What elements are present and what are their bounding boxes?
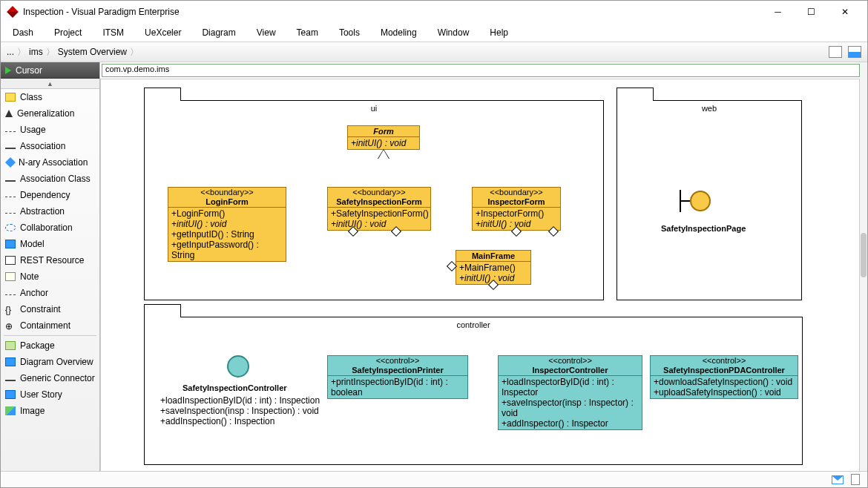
vertical-scrollbar[interactable] (860, 62, 867, 488)
pal-constraint[interactable]: {}Constraint (1, 301, 99, 317)
label-sic: SafetyInspectionController (183, 383, 287, 392)
connector (101, 239, 102, 343)
assoc-class-icon (5, 180, 16, 182)
nary-icon (5, 157, 16, 168)
package-controller-label: controller (145, 320, 802, 329)
user-story-icon (5, 390, 16, 399)
pal-assoc-class[interactable]: Association Class (1, 171, 99, 187)
package-ui-tab (144, 88, 181, 101)
pal-dependency[interactable]: Dependency (1, 187, 99, 203)
anchor-icon (5, 294, 16, 295)
model-icon (5, 240, 16, 248)
menu-tools[interactable]: Tools (339, 27, 360, 38)
pal-containment[interactable]: ⊕Containment (1, 317, 99, 334)
window-title: Inspection - Visual Paradigm Enterprise (23, 7, 761, 17)
menu-itsm[interactable]: ITSM (102, 27, 124, 38)
pal-package[interactable]: Package (1, 337, 99, 354)
ops-sic: +loadInspectionByID(id : int) : Inspecti… (160, 395, 320, 426)
label-safetyinspectionpage: SafetyInspectionPage (661, 224, 746, 233)
class-safetyinspectionprinter[interactable]: <<control>> SafetyInspectionPrinter +pri… (327, 355, 468, 399)
breadcrumb-bar: ... 〉 ims 〉 System Overview 〉 (1, 42, 867, 62)
class-inspectorform[interactable]: <<boundary>> InspectorForm +InspectorFor… (472, 187, 561, 231)
menu-diagram[interactable]: Diagram (202, 27, 235, 38)
generic-conn-icon (5, 380, 16, 381)
class-form[interactable]: Form +initUI() : void (347, 125, 420, 150)
generalization-arrow-icon (378, 150, 389, 159)
pal-image[interactable]: Image (1, 403, 99, 419)
usage-icon (5, 131, 16, 132)
pal-user-story[interactable]: User Story (1, 386, 99, 403)
control-safetyinspectioncontroller-icon[interactable] (227, 355, 249, 377)
menu-help[interactable]: Help (490, 27, 508, 38)
breadcrumb-ims[interactable]: ims (29, 47, 43, 57)
menu-project[interactable]: Project (54, 27, 82, 38)
menu-view[interactable]: View (257, 27, 276, 38)
pal-nary[interactable]: N-ary Association (1, 154, 99, 171)
maximize-button[interactable]: ☐ (795, 1, 828, 23)
pal-anchor[interactable]: Anchor (1, 285, 99, 301)
class-form-name: Form (348, 126, 419, 137)
status-bar (1, 471, 867, 487)
pal-association[interactable]: Association (1, 138, 99, 154)
menu-window[interactable]: Window (438, 27, 470, 38)
pal-rest[interactable]: REST Resource (1, 252, 99, 268)
pal-generalization[interactable]: Generalization (1, 105, 99, 122)
connector (101, 79, 102, 94)
package-ui-label: ui (145, 104, 603, 113)
mail-icon[interactable] (832, 475, 844, 484)
package-path-field[interactable]: com.vp.demo.ims (102, 64, 860, 77)
connector (101, 238, 123, 239)
class-pdacontroller[interactable]: <<control>> SafetyInspectionPDAControlle… (650, 355, 798, 399)
association-icon (5, 148, 16, 149)
menubar: Dash Project ITSM UeXceler Diagram View … (1, 23, 867, 42)
breadcrumb-system-overview[interactable]: System Overview (58, 47, 127, 57)
connector (101, 195, 102, 208)
minimize-button[interactable]: ─ (761, 1, 795, 23)
pal-abstraction[interactable]: Abstraction (1, 203, 99, 220)
connector (101, 165, 102, 195)
menu-uexceler[interactable]: UeXceler (145, 27, 181, 38)
cursor-icon (5, 67, 11, 74)
class-safetyinspectionform[interactable]: <<boundary>> SafetyInspectionForm +Safet… (327, 187, 431, 231)
menu-modeling[interactable]: Modeling (381, 27, 417, 38)
collapse-handle[interactable]: ▲ (1, 79, 99, 89)
menu-dash[interactable]: Dash (13, 27, 33, 38)
rest-icon (5, 256, 16, 265)
breadcrumb-root[interactable]: ... (7, 47, 14, 57)
collab-icon (5, 224, 16, 231)
pal-model[interactable]: Model (1, 236, 99, 252)
connector (101, 108, 102, 122)
class-loginform[interactable]: <<boundary>> LoginForm +LoginForm() +ini… (168, 187, 286, 262)
pal-usage[interactable]: Usage (1, 122, 99, 138)
abstraction-icon (5, 213, 16, 214)
package-icon (5, 341, 16, 350)
dependency-icon (5, 197, 16, 197)
perspective-icon[interactable] (848, 46, 861, 58)
class-inspectorcontroller[interactable]: <<control>> InspectorController +loadIns… (498, 355, 642, 430)
close-button[interactable]: ✕ (828, 1, 861, 23)
pal-generic-conn[interactable]: Generic Connector (1, 370, 99, 386)
pal-diagram-ov[interactable]: Diagram Overview (1, 354, 99, 370)
cursor-tool[interactable]: Cursor (1, 62, 99, 79)
image-icon (5, 406, 16, 415)
chevron-right-icon: 〉 (17, 46, 26, 59)
diagram-canvas-wrap: com.vp.demo.ims ui web controller Form +… (100, 62, 867, 488)
package-web-tab (617, 88, 654, 101)
class-icon (5, 93, 16, 102)
tool-palette: Cursor ▲ Class Generalization Usage Asso… (1, 62, 100, 488)
chevron-right-icon: 〉 (130, 46, 139, 59)
chevron-right-icon: 〉 (46, 46, 55, 59)
connector (101, 122, 102, 135)
pal-note[interactable]: Note (1, 268, 99, 285)
titlebar: Inspection - Visual Paradigm Enterprise … (1, 1, 867, 23)
generalization-icon (5, 110, 13, 117)
pal-collab[interactable]: Collaboration (1, 220, 99, 236)
document-icon[interactable] (851, 474, 860, 485)
pal-class[interactable]: Class (1, 89, 99, 105)
diagram-canvas[interactable]: ui web controller Form +initUI() : void (100, 79, 860, 488)
layout-icon[interactable] (829, 46, 842, 58)
menu-team[interactable]: Team (297, 27, 318, 38)
connector (101, 208, 102, 238)
package-controller-tab (144, 304, 181, 317)
scroll-thumb[interactable] (861, 233, 867, 277)
